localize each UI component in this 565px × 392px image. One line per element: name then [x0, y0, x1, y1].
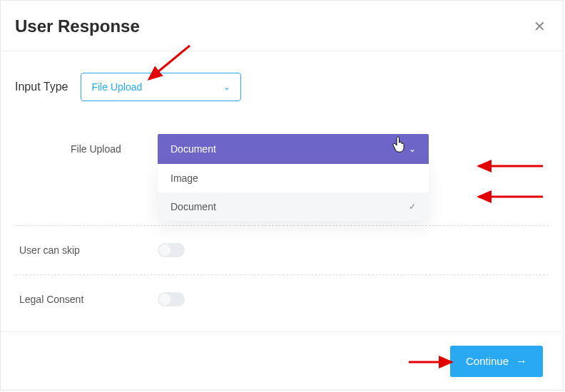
check-icon: ✓ — [409, 202, 416, 212]
user-can-skip-toggle[interactable] — [158, 243, 185, 257]
legal-consent-label: Legal Consent — [15, 294, 158, 305]
legal-consent-row: Legal Consent — [15, 288, 549, 311]
modal-body: Input Type File Upload ⌄ File Upload Doc… — [1, 51, 563, 311]
option-label: Image — [170, 172, 198, 184]
file-upload-row: File Upload Document ⌄ Image Document ✓ — [15, 130, 549, 168]
input-type-value: File Upload — [91, 81, 142, 93]
input-type-row: Input Type File Upload ⌄ — [15, 73, 549, 101]
file-upload-dropdown: Document ⌄ Image Document ✓ — [158, 134, 429, 164]
file-upload-select[interactable]: Document ⌄ — [158, 134, 429, 164]
file-upload-option-image[interactable]: Image — [158, 164, 429, 192]
chevron-down-icon: ⌄ — [409, 144, 416, 154]
file-upload-options-panel: Image Document ✓ — [158, 164, 429, 221]
modal-title: User Response — [15, 16, 140, 36]
file-upload-selected: Document — [170, 143, 216, 155]
input-type-label: Input Type — [15, 81, 68, 93]
arrow-right-icon: → — [516, 355, 527, 368]
option-label: Document — [170, 201, 216, 212]
user-can-skip-label: User can skip — [15, 244, 158, 256]
user-response-modal: User Response ✕ Input Type File Upload ⌄… — [0, 0, 564, 391]
divider-dashed — [15, 274, 549, 275]
legal-consent-toggle[interactable] — [158, 292, 185, 306]
input-type-select[interactable]: File Upload ⌄ — [81, 73, 241, 101]
file-upload-label: File Upload — [15, 143, 158, 155]
continue-label: Continue — [466, 355, 509, 367]
close-icon[interactable]: ✕ — [531, 16, 549, 36]
continue-button[interactable]: Continue → — [450, 346, 543, 377]
chevron-down-icon: ⌄ — [223, 82, 230, 92]
user-can-skip-row: User can skip — [15, 239, 549, 262]
modal-footer: Continue → — [1, 331, 563, 390]
file-upload-option-document[interactable]: Document ✓ — [158, 192, 429, 221]
divider-dashed — [15, 225, 549, 226]
modal-header: User Response ✕ — [1, 1, 563, 43]
